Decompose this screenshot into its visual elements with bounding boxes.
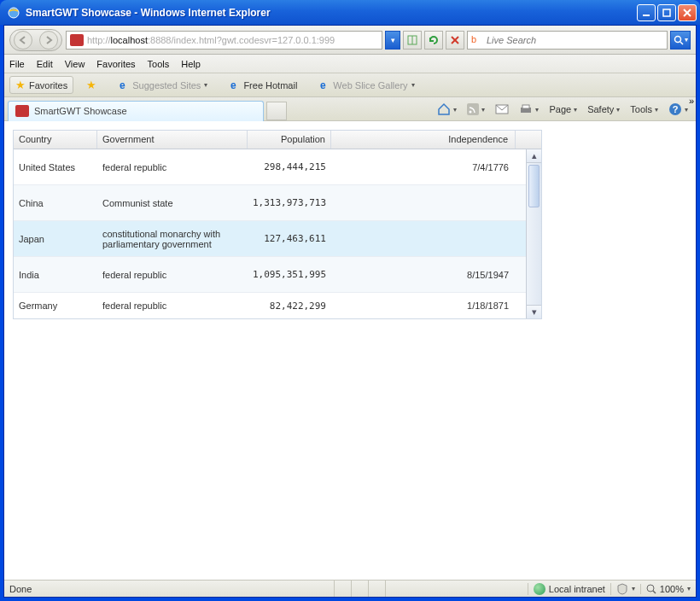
refresh-button[interactable] bbox=[424, 31, 443, 50]
refresh-icon bbox=[428, 34, 440, 46]
cell-country: India bbox=[14, 266, 97, 283]
col-country[interactable]: Country bbox=[14, 131, 97, 149]
cell-population: 127,463,611 bbox=[248, 230, 331, 248]
home-button[interactable]: ▾ bbox=[435, 101, 459, 118]
svg-rect-2 bbox=[663, 9, 670, 16]
favorites-label: Favorites bbox=[29, 80, 67, 90]
back-button[interactable] bbox=[14, 31, 32, 50]
zoom-icon bbox=[646, 584, 656, 594]
menu-view[interactable]: View bbox=[65, 59, 85, 69]
cell-country: United States bbox=[14, 159, 97, 176]
menu-favorites[interactable]: Favorites bbox=[96, 59, 135, 69]
cell-government: federal republic bbox=[97, 266, 248, 283]
page-menu[interactable]: Page ▾ bbox=[546, 102, 580, 116]
favorites-bar: ★ Favorites ★ e Suggested Sites ▾ e Free… bbox=[4, 73, 696, 97]
status-bar: Done Local intranet ▾ 100% ▾ bbox=[4, 580, 696, 597]
help-button[interactable]: ? ▾ bbox=[666, 101, 691, 118]
svg-point-11 bbox=[470, 111, 472, 114]
chevron-down-icon: ▾ bbox=[453, 106, 457, 114]
nav-buttons bbox=[9, 29, 62, 51]
cell-population: 1,313,973,713 bbox=[248, 194, 331, 212]
ie-icon: e bbox=[316, 79, 330, 92]
cell-government: federal republic bbox=[97, 297, 248, 314]
print-button[interactable]: ▾ bbox=[516, 102, 541, 117]
col-population[interactable]: Population bbox=[248, 131, 331, 149]
col-government[interactable]: Government bbox=[97, 131, 248, 149]
status-text: Done bbox=[9, 584, 334, 594]
country-grid: Country Government Population Independen… bbox=[13, 130, 542, 319]
suggested-sites-link[interactable]: e Suggested Sites ▾ bbox=[109, 76, 213, 95]
svg-point-8 bbox=[674, 36, 680, 42]
table-row[interactable]: India federal republic 1,095,351,995 8/1… bbox=[14, 257, 541, 293]
favorites-button[interactable]: ★ Favorites bbox=[9, 76, 73, 94]
url-host: localhost bbox=[111, 35, 148, 45]
suggested-sites-label: Suggested Sites bbox=[132, 80, 201, 90]
tab-smartgwt-showcase[interactable]: SmartGWT Showcase bbox=[8, 101, 264, 121]
scroll-down-button[interactable]: ▾ bbox=[527, 305, 541, 318]
forward-button[interactable] bbox=[39, 31, 58, 50]
broken-page-icon bbox=[406, 34, 418, 46]
feeds-button[interactable]: ▾ bbox=[464, 102, 487, 117]
scroll-thumb[interactable] bbox=[528, 165, 540, 207]
cell-independence: 1/18/1871 bbox=[331, 297, 516, 314]
url-scheme: http:// bbox=[87, 35, 111, 45]
mail-icon bbox=[495, 104, 509, 114]
compatibility-button[interactable] bbox=[403, 31, 422, 50]
table-row[interactable]: China Communist state 1,313,973,713 bbox=[14, 185, 541, 221]
stop-button[interactable] bbox=[446, 31, 464, 50]
menu-file[interactable]: File bbox=[9, 59, 25, 69]
search-button[interactable]: ▾ bbox=[670, 31, 691, 50]
table-row[interactable]: Germany federal republic 82,422,299 1/18… bbox=[14, 293, 541, 318]
search-placeholder: Live Search bbox=[487, 35, 536, 45]
menu-help[interactable]: Help bbox=[181, 59, 201, 69]
address-bar[interactable]: http:// localhost :8888/index.html?gwt.c… bbox=[66, 31, 382, 50]
webslice-label: Web Slice Gallery bbox=[333, 80, 407, 90]
zoom-control[interactable]: 100% ▾ bbox=[640, 584, 691, 594]
grid-scrollbar[interactable]: ▴ ▾ bbox=[526, 149, 541, 318]
zoom-value: 100% bbox=[660, 584, 684, 594]
scroll-up-button[interactable]: ▴ bbox=[527, 149, 541, 163]
page-content: Country Government Population Independen… bbox=[4, 121, 696, 580]
chevron-down-icon: ▾ bbox=[687, 585, 691, 592]
cell-independence: 8/15/1947 bbox=[331, 266, 516, 283]
safety-label: Safety bbox=[587, 104, 614, 114]
back-arrow-icon bbox=[18, 35, 28, 45]
mail-button[interactable] bbox=[493, 102, 511, 116]
col-independence[interactable]: Independence bbox=[331, 131, 516, 149]
chevron-down-icon: ▾ bbox=[616, 106, 620, 114]
add-favorite-button[interactable]: ★ bbox=[80, 76, 102, 94]
close-button[interactable] bbox=[678, 4, 697, 21]
menu-tools[interactable]: Tools bbox=[148, 59, 170, 69]
cell-country: Japan bbox=[14, 230, 97, 248]
minimize-button[interactable] bbox=[637, 4, 656, 21]
address-dropdown[interactable]: ▾ bbox=[385, 31, 400, 50]
search-box[interactable]: b Live Search bbox=[467, 31, 668, 50]
free-hotmail-link[interactable]: e Free Hotmail bbox=[220, 76, 303, 95]
security-zone[interactable]: Local intranet bbox=[528, 583, 605, 595]
ie-logo-icon bbox=[7, 6, 20, 20]
new-tab-button[interactable] bbox=[266, 102, 287, 120]
tab-strip: SmartGWT Showcase ▾ ▾ ▾ bbox=[4, 97, 696, 121]
menu-edit[interactable]: Edit bbox=[37, 59, 53, 69]
safety-menu[interactable]: Safety ▾ bbox=[585, 102, 622, 116]
url-path: :8888/index.html?gwt.codesvr=127.0.0.1:9… bbox=[148, 35, 335, 45]
tools-label: Tools bbox=[630, 104, 652, 114]
table-row[interactable]: Japan constitutional monarchy with parli… bbox=[14, 221, 541, 257]
chevron-up-icon: ▴ bbox=[532, 150, 537, 161]
overflow-chevron-icon[interactable]: » bbox=[689, 96, 694, 106]
cell-country: China bbox=[14, 195, 97, 212]
search-icon bbox=[674, 35, 684, 45]
print-icon bbox=[519, 103, 533, 115]
table-row[interactable]: United States federal republic 298,444,2… bbox=[14, 149, 541, 185]
protected-mode-button[interactable]: ▾ bbox=[610, 583, 635, 595]
maximize-button[interactable] bbox=[657, 4, 676, 21]
shield-lock-icon bbox=[616, 583, 628, 595]
svg-rect-14 bbox=[522, 105, 529, 108]
web-slice-link[interactable]: e Web Slice Gallery ▾ bbox=[310, 76, 420, 95]
rss-icon bbox=[467, 103, 479, 115]
zone-label: Local intranet bbox=[549, 584, 605, 594]
tools-menu[interactable]: Tools ▾ bbox=[627, 102, 661, 116]
forward-arrow-icon bbox=[44, 35, 54, 45]
svg-line-18 bbox=[653, 591, 656, 593]
star-icon: ★ bbox=[15, 79, 26, 91]
